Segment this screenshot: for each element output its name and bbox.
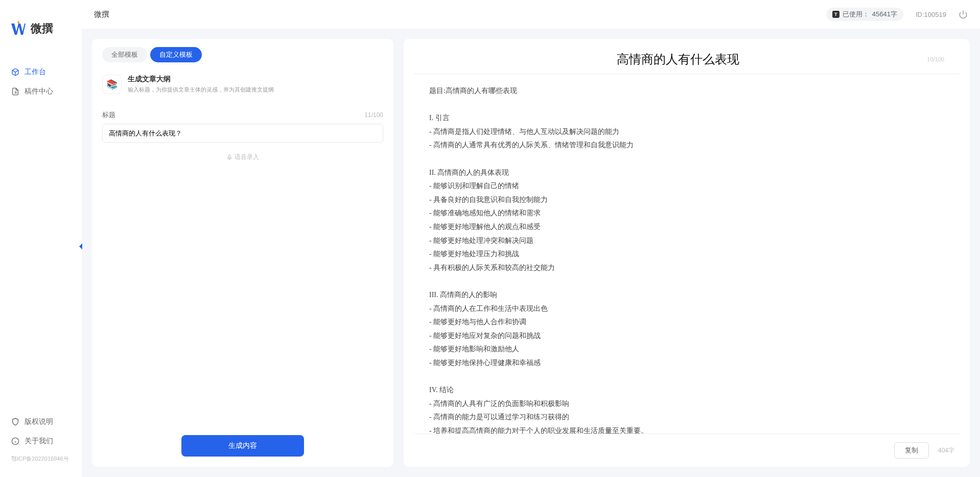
nav-label: 版权说明 <box>25 417 53 426</box>
nav-item-about[interactable]: 关于我们 <box>0 431 82 451</box>
generate-button[interactable]: 生成内容 <box>181 435 304 457</box>
power-icon[interactable] <box>959 10 968 19</box>
chevron-left-icon <box>78 243 83 250</box>
output-panel: 高情商的人有什么表现 10/100 题目:高情商的人有哪些表现 I. 引言 - … <box>404 39 970 467</box>
output-body[interactable]: 题目:高情商的人有哪些表现 I. 引言 - 高情商是指人们处理情绪、与他人互动以… <box>414 74 960 434</box>
title-label: 标题 <box>102 110 115 120</box>
title-char-count: 11/100 <box>364 111 383 119</box>
template-name: 生成文章大纲 <box>128 75 274 84</box>
sidebar: 微撰 工作台 稿件中心 版权说明 关于我们 鄂ICP备2022016946号 <box>0 0 82 477</box>
usage-label: 已使用： <box>843 10 869 19</box>
form: 标题 11/100 语音录入 <box>92 100 393 182</box>
voice-label: 语音录入 <box>235 153 259 162</box>
sidebar-collapse-toggle[interactable] <box>76 240 86 253</box>
logo-text: 微撰 <box>31 21 53 36</box>
books-icon: 📚 <box>102 75 122 94</box>
output-title: 高情商的人有什么表现 <box>429 51 927 67</box>
nav-item-copyright[interactable]: 版权说明 <box>0 412 82 431</box>
output-title-count: 10/100 <box>927 56 944 62</box>
shield-icon <box>11 418 19 426</box>
nav-item-docs[interactable]: 稿件中心 <box>0 82 82 101</box>
page-title: 微撰 <box>94 10 109 19</box>
info-icon <box>11 437 19 445</box>
nav-label: 关于我们 <box>25 437 53 446</box>
nav-list: 工作台 稿件中心 <box>0 52 82 412</box>
nav-item-workspace[interactable]: 工作台 <box>0 62 82 82</box>
nav-bottom: 版权说明 关于我们 鄂ICP备2022016946号 <box>0 412 82 477</box>
main: 全部模板 自定义模板 📚 生成文章大纲 输入标题，为你提供文章主体的灵感，并为其… <box>82 29 980 477</box>
output-word-count: 404字 <box>938 446 954 455</box>
cube-icon <box>11 68 19 76</box>
nav-label: 工作台 <box>25 67 46 77</box>
tab-all-templates[interactable]: 全部模板 <box>102 47 147 62</box>
editor-panel: 全部模板 自定义模板 📚 生成文章大纲 输入标题，为你提供文章主体的灵感，并为其… <box>92 39 393 467</box>
user-id: ID:100519 <box>916 11 946 18</box>
text-icon: T <box>832 11 839 18</box>
tab-custom-template[interactable]: 自定义模板 <box>150 47 202 62</box>
voice-input-button[interactable]: 语音录入 <box>102 143 383 172</box>
copy-button[interactable]: 复制 <box>894 442 929 459</box>
mic-icon <box>226 154 232 161</box>
logo-icon <box>10 20 27 37</box>
usage-value: 45641字 <box>872 10 897 19</box>
icp-text: 鄂ICP备2022016946号 <box>0 451 82 467</box>
template-card: 📚 生成文章大纲 输入标题，为你提供文章主体的灵感，并为其创建推文提纲 <box>92 69 393 100</box>
logo[interactable]: 微撰 <box>0 0 82 52</box>
usage-badge[interactable]: T 已使用： 45641字 <box>826 8 903 21</box>
template-desc: 输入标题，为你提供文章主体的灵感，并为其创建推文提纲 <box>128 86 274 94</box>
document-icon <box>11 87 19 96</box>
tabs: 全部模板 自定义模板 <box>92 39 393 69</box>
title-input[interactable] <box>102 124 383 143</box>
header: 微撰 T 已使用： 45641字 ID:100519 <box>82 0 980 29</box>
nav-label: 稿件中心 <box>25 87 53 96</box>
